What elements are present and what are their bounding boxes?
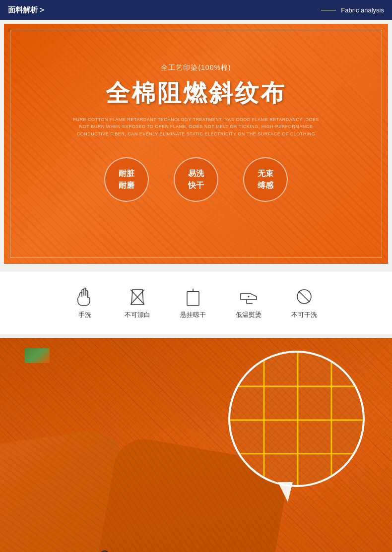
feature-easy-wash: 易洗 快干	[174, 157, 218, 202]
no-dry-clean-icon	[294, 287, 314, 307]
care-item-hand-wash: 手洗	[75, 287, 95, 319]
care-item-no-bleach: 不可漂白	[125, 287, 150, 319]
fabric-subtitle: 全工艺印染(100%棉)	[4, 63, 388, 72]
care-item-no-dry-clean: 不可干洗	[291, 287, 317, 319]
divider-2	[0, 334, 392, 338]
feature-no-constraint: 无束 缚感	[243, 157, 288, 202]
care-label-hand-wash: 手洗	[78, 310, 91, 319]
callout-tail	[278, 482, 308, 504]
care-item-hang-dry: 悬挂晾干	[180, 287, 206, 319]
features-row: 耐脏 耐磨 易洗 快干 无束 缚感	[4, 157, 388, 202]
care-label-low-iron: 低温熨烫	[236, 310, 261, 319]
svg-marker-16	[278, 482, 293, 502]
fabric-section: 全工艺印染(100%棉) 全棉阻燃斜纹布 PURE COTTON FLAME R…	[0, 20, 392, 268]
low-iron-icon	[239, 287, 259, 307]
magnified-circle	[228, 351, 365, 487]
care-label-no-bleach: 不可漂白	[125, 310, 150, 319]
no-bleach-icon	[128, 287, 147, 307]
antistatic-section: ⚡ 防静电导丝 性能优于传统导电丝防静电服	[0, 338, 392, 552]
fabric-description: PURE COTTON FLAME RETARDANT TECHNOLOGY T…	[72, 116, 320, 137]
care-label-no-dry-clean: 不可干洗	[291, 310, 317, 319]
svg-rect-2	[187, 292, 199, 306]
header-right: Fabric analysis	[321, 6, 384, 14]
hand-wash-icon	[75, 287, 95, 307]
svg-line-9	[299, 291, 310, 302]
feature-dirt-resistant: 耐脏 耐磨	[104, 157, 149, 202]
header-divider-line	[321, 10, 336, 10]
page-header: 面料解析 > Fabric analysis	[0, 0, 392, 20]
hang-dry-icon	[183, 287, 203, 307]
header-subtitle: Fabric analysis	[341, 6, 384, 14]
fabric-content: 全工艺印染(100%棉) 全棉阻燃斜纹布 PURE COTTON FLAME R…	[4, 24, 388, 202]
care-label-hang-dry: 悬挂晾干	[180, 310, 206, 319]
fabric-title: 全棉阻燃斜纹布	[4, 77, 388, 109]
antistatic-grid-svg	[230, 353, 363, 485]
care-section: 手洗 不可漂白 悬挂晾干 低温熨烫 不可干洗	[0, 272, 392, 334]
divider-1	[0, 268, 392, 272]
header-title: 面料解析 >	[8, 5, 44, 15]
label-patch	[25, 348, 50, 363]
svg-point-7	[248, 296, 250, 298]
care-item-low-iron: 低温熨烫	[236, 287, 261, 319]
